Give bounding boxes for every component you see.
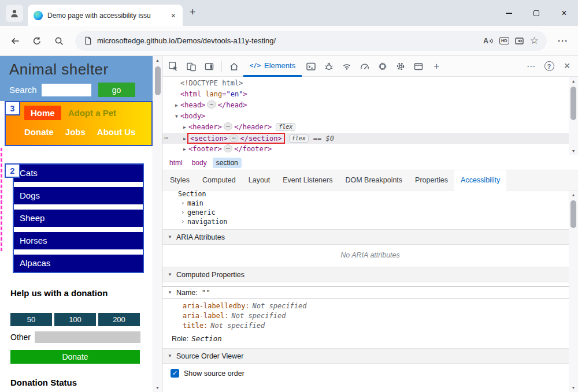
amount-button-100[interactable]: 100	[54, 313, 96, 326]
inspect-element-icon[interactable]	[165, 58, 182, 75]
breadcrumb-body[interactable]: body	[188, 158, 210, 168]
disclosure-arrow-icon[interactable]: ▼	[173, 111, 180, 122]
scroll-up-icon[interactable]: ▲	[153, 56, 162, 65]
other-amount-input[interactable]	[35, 331, 140, 343]
nav-about-us[interactable]: About Us	[97, 127, 136, 137]
a11y-scroll-down-icon[interactable]: ▼	[569, 383, 578, 392]
url-text[interactable]: microsoftedge.github.io/Demos/devtools-a…	[97, 36, 478, 45]
a11y-scrollbar[interactable]: ▲ ▼	[569, 191, 578, 392]
a11y-tree-node[interactable]: Section	[162, 191, 578, 199]
application-icon[interactable]	[410, 58, 427, 75]
maximize-button[interactable]	[523, 0, 550, 26]
dom-row[interactable]: ⋯▶<section>⋯</section>flex== $0	[162, 133, 578, 144]
tab-accessibility[interactable]: Accessibility	[454, 170, 506, 191]
browser-audio-icon[interactable]	[514, 36, 525, 46]
dom-row[interactable]: ▼<body>	[162, 111, 578, 122]
memory-icon[interactable]	[374, 58, 391, 75]
tab-styles[interactable]: Styles	[164, 170, 196, 191]
dom-scroll-down-icon[interactable]: ▼	[569, 147, 578, 155]
dom-row[interactable]: ▶<head>⋯</head>	[162, 100, 578, 111]
search-go-button[interactable]: go	[98, 83, 135, 97]
dom-token-flexbadge[interactable]: flex	[289, 135, 309, 143]
minimize-button[interactable]	[495, 0, 523, 26]
a11y-scroll-up-icon[interactable]: ▲	[569, 191, 578, 199]
scroll-down-icon[interactable]: ▼	[153, 383, 162, 392]
performance-icon[interactable]	[356, 58, 373, 75]
dock-side-icon[interactable]	[201, 58, 218, 75]
dom-scroll-up-icon[interactable]: ▲	[569, 77, 578, 85]
dom-row[interactable]: <html lang="en">	[162, 89, 578, 100]
tab-dom-breakpoints[interactable]: DOM Breakpoints	[339, 170, 409, 191]
console-icon[interactable]	[302, 58, 320, 75]
address-bar[interactable]: microsoftedge.github.io/Demos/devtools-a…	[75, 31, 547, 51]
category-item-dogs[interactable]: Dogs	[14, 187, 143, 204]
dom-token-dots[interactable]: ⋯	[229, 134, 238, 142]
category-item-alpacas[interactable]: Alpacas	[14, 255, 143, 272]
search-button[interactable]	[50, 32, 68, 50]
profile-avatar[interactable]	[6, 5, 23, 22]
dom-row[interactable]: ▶<footer>⋯</footer>	[162, 144, 578, 155]
category-item-cats[interactable]: Cats	[14, 165, 143, 182]
tab-elements[interactable]: </> Elements	[243, 56, 302, 77]
breadcrumb-section[interactable]: section	[213, 158, 242, 168]
dom-scroll-thumb[interactable]	[570, 87, 576, 120]
help-icon[interactable]: ?	[540, 58, 558, 75]
aria-attributes-header[interactable]: ▼ ARIA Attributes	[162, 229, 578, 245]
device-emulation-icon[interactable]	[183, 58, 200, 75]
nav-jobs[interactable]: Jobs	[65, 127, 86, 137]
source-order-header[interactable]: ▼ Source Order Viewer	[162, 348, 578, 364]
amount-button-50[interactable]: 50	[10, 313, 52, 326]
nav-adopt-a-pet[interactable]: Adopt a Pet	[68, 108, 116, 118]
category-item-horses[interactable]: Horses	[14, 232, 143, 249]
dom-token-dots[interactable]: ⋯	[224, 122, 232, 130]
back-button[interactable]	[6, 32, 24, 50]
page-scroll-thumb[interactable]	[155, 66, 161, 95]
nav-donate[interactable]: Donate	[24, 127, 54, 137]
amount-button-200[interactable]: 200	[98, 313, 140, 326]
a11y-tree-node[interactable]: ›generic	[162, 208, 578, 217]
enhance-images-hd-icon[interactable]: HD	[499, 37, 509, 44]
tab-properties[interactable]: Properties	[409, 170, 454, 191]
more-options-icon[interactable]: ⋯	[523, 58, 540, 75]
dom-token-dots[interactable]: ⋯	[224, 144, 232, 152]
row-actions-icon[interactable]: ⋯	[164, 133, 168, 144]
computed-properties-header[interactable]: ▼ Computed Properties	[162, 267, 578, 282]
close-devtools-icon[interactable]: ×	[558, 58, 576, 75]
welcome-home-icon[interactable]	[225, 58, 243, 75]
donate-button[interactable]: Donate	[10, 350, 140, 364]
tab-event-listeners[interactable]: Event Listeners	[276, 170, 339, 191]
a11y-tree-node[interactable]: ›main	[162, 199, 578, 208]
disclosure-arrow-icon[interactable]: ▶	[181, 144, 188, 155]
a11y-scroll-thumb[interactable]	[570, 200, 576, 228]
breadcrumb-html[interactable]: html	[166, 158, 186, 168]
dom-token-dots[interactable]: ⋯	[207, 100, 216, 109]
category-item-sheep[interactable]: Sheep	[14, 210, 143, 227]
dom-token-flexbadge[interactable]: flex	[276, 123, 295, 131]
read-aloud-icon[interactable]: A	[483, 36, 494, 46]
disclosure-arrow-icon[interactable]: ▶	[173, 100, 180, 111]
browser-tab[interactable]: Demo page with accessibility issu ×	[28, 5, 183, 26]
page-scrollbar[interactable]: ▲ ▼	[153, 56, 162, 392]
add-panel-icon[interactable]: +	[428, 58, 445, 75]
search-input[interactable]	[42, 84, 91, 96]
close-window-button[interactable]: ×	[550, 0, 578, 26]
settings-gear-icon[interactable]	[392, 58, 409, 75]
source-order-badge-3: 3	[5, 101, 20, 115]
tab-layout[interactable]: Layout	[242, 170, 277, 191]
dom-row[interactable]: <!DOCTYPE html>	[162, 78, 578, 89]
browser-menu-icon[interactable]: ···	[554, 32, 572, 50]
tab-close-icon[interactable]: ×	[170, 11, 177, 20]
show-source-order-checkbox[interactable]: ✓	[171, 369, 179, 378]
dom-scr ollbar[interactable]: ▲ ▼	[569, 77, 578, 155]
name-property-row[interactable]: ▼ Name: ""	[162, 286, 578, 298]
nav-home[interactable]: Home	[24, 106, 61, 120]
new-tab-button[interactable]: +	[190, 6, 196, 18]
issues-debug-icon[interactable]	[320, 58, 338, 75]
favorites-star-icon[interactable]: ☆	[530, 36, 539, 46]
tab-computed[interactable]: Computed	[196, 170, 242, 191]
network-icon[interactable]	[338, 58, 355, 75]
a11y-tree-node[interactable]: ›navigation	[162, 217, 578, 226]
dom-row[interactable]: ▶<header>⋯</header>flex	[162, 122, 578, 133]
refresh-button[interactable]	[28, 32, 46, 50]
disclosure-arrow-icon[interactable]: ▶	[181, 122, 188, 133]
